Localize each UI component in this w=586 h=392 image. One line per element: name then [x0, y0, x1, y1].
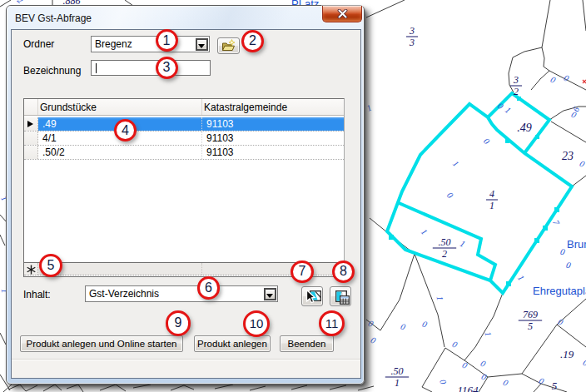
map-label: 0	[563, 73, 571, 84]
cell-katastralgemeinde[interactable]: 91103	[202, 146, 344, 159]
table-row[interactable]: .4991103	[24, 117, 344, 131]
table-corner-cell	[24, 99, 38, 115]
map-label: .50	[439, 236, 451, 248]
map-label: 0	[461, 360, 469, 371]
map-label: .49	[517, 122, 532, 134]
beenden-button[interactable]: Beenden	[280, 335, 334, 352]
callout-4: 4	[114, 119, 137, 141]
map-label: 1	[451, 159, 460, 168]
cell-katastralgemeinde[interactable]: 91103	[202, 117, 344, 131]
map-label: .19	[560, 348, 574, 360]
map-label: 1	[459, 239, 467, 249]
window-title: BEV Gst-Abfrage	[15, 12, 92, 24]
bezeichnung-input[interactable]	[91, 60, 211, 76]
map-label: 5	[552, 380, 558, 392]
cell-grundstueck[interactable]: .50/2	[38, 146, 202, 159]
produkt-anlegen-button[interactable]: Produkt anlegen	[194, 335, 271, 352]
inhalt-dropdown-button[interactable]	[264, 288, 276, 300]
chevron-down-icon	[198, 44, 205, 48]
map-label: 1164	[457, 384, 479, 392]
ordner-dropdown-button[interactable]	[196, 38, 208, 51]
callout-2: 2	[241, 30, 264, 52]
map-label: 1	[504, 105, 513, 115]
callout-10: 10	[243, 310, 270, 337]
callout-3: 3	[156, 57, 178, 79]
ordner-label: Ordner	[23, 38, 54, 50]
open-folder-button[interactable]	[217, 37, 240, 54]
new-row-header-cell[interactable]	[24, 263, 38, 275]
map-label: 2	[514, 86, 519, 97]
table-row[interactable]: 4/191103	[24, 131, 344, 146]
inhalt-label: Inhalt:	[23, 289, 51, 300]
map-label: 2	[442, 248, 447, 260]
new-row-asterisk-icon	[27, 265, 36, 275]
map-label: 4	[489, 188, 494, 200]
ordner-combobox[interactable]: Bregenz	[91, 36, 210, 52]
map-label: 5	[528, 320, 533, 332]
map-label: 23	[562, 150, 574, 162]
red-survey-mark	[583, 80, 586, 83]
map-label: 769	[523, 309, 538, 320]
table-row[interactable]: .50/291103	[24, 146, 344, 160]
bezeichnung-label: Bezeichnung	[23, 65, 81, 77]
title-bar[interactable]: BEV Gst-Abfrage	[7, 6, 364, 29]
map-label: 0	[451, 340, 459, 350]
select-parcels-on-map-button[interactable]	[301, 286, 323, 306]
map-label: 0	[559, 247, 567, 257]
selection-to-table-icon	[333, 289, 350, 305]
column-header-grundstuecke[interactable]: Grundstücke	[38, 99, 202, 115]
inhalt-combobox[interactable]: Gst-Verzeichnis	[85, 285, 278, 302]
map-label: 0	[370, 335, 378, 346]
highlighted-parcel-outlines	[387, 93, 572, 293]
callout-6: 6	[197, 276, 220, 299]
map-label: 0	[557, 317, 565, 328]
map-label: 1	[489, 200, 494, 211]
ordner-value: Bregenz	[95, 38, 132, 50]
map-label: 0	[367, 319, 375, 330]
map-label: 0	[579, 159, 586, 170]
new-row-cell-katastralgemeinde[interactable]	[202, 263, 344, 275]
callout-5: 5	[39, 254, 62, 277]
new-row-cell-grundstueck[interactable]	[38, 263, 202, 275]
map-label: 0	[400, 322, 407, 332]
map-label: 0	[482, 136, 492, 146]
callout-1: 1	[156, 29, 178, 52]
map-label: 1	[435, 295, 445, 301]
map-label: 3	[409, 37, 415, 48]
map-label: 0	[549, 75, 558, 86]
column-header-katastralgemeinde[interactable]: Katastralgemeinde	[202, 99, 344, 115]
dialog-footer-strip	[12, 359, 360, 378]
map-label: 0	[565, 261, 573, 270]
parcel-table[interactable]: Grundstücke Katastralgemeinde .49911034/…	[23, 98, 345, 277]
map-label: 1	[516, 274, 526, 283]
map-label: 3	[513, 74, 519, 86]
folder-icon	[221, 39, 236, 52]
select-on-map-icon	[305, 289, 321, 305]
table-header-row: Grundstücke Katastralgemeinde	[24, 99, 344, 116]
map-label: .50	[391, 365, 404, 377]
text-caret	[96, 63, 97, 73]
row-header-cell[interactable]	[24, 117, 38, 131]
cell-katastralgemeinde[interactable]: 91103	[202, 131, 344, 145]
close-x-glyph	[337, 9, 348, 18]
parcel-boundary-ticks	[389, 97, 559, 286]
row-header-cell[interactable]	[24, 146, 38, 159]
map-label: 0	[570, 110, 579, 121]
map-label: Ehregutaplatz	[533, 285, 586, 297]
table-rows-container: .49911034/191103.50/291103	[24, 117, 344, 160]
close-button[interactable]	[322, 6, 362, 22]
callout-7: 7	[291, 261, 313, 283]
map-label: 1	[420, 227, 430, 236]
map-label: 0	[445, 191, 455, 201]
row-header-cell[interactable]	[24, 131, 38, 145]
map-label: 1	[395, 377, 400, 389]
current-row-arrow-icon	[27, 121, 33, 127]
map-label: 0	[582, 358, 586, 369]
map-label: 3	[409, 25, 415, 37]
inhalt-value: Gst-Verzeichnis	[89, 288, 159, 300]
map-label: 0	[479, 359, 488, 370]
map-label: 0	[438, 378, 448, 385]
map-label: 0	[421, 320, 429, 330]
produkt-anlegen-online-button[interactable]: Produkt anlegen und Online starten	[20, 335, 183, 352]
selection-to-table-button[interactable]	[330, 286, 351, 306]
